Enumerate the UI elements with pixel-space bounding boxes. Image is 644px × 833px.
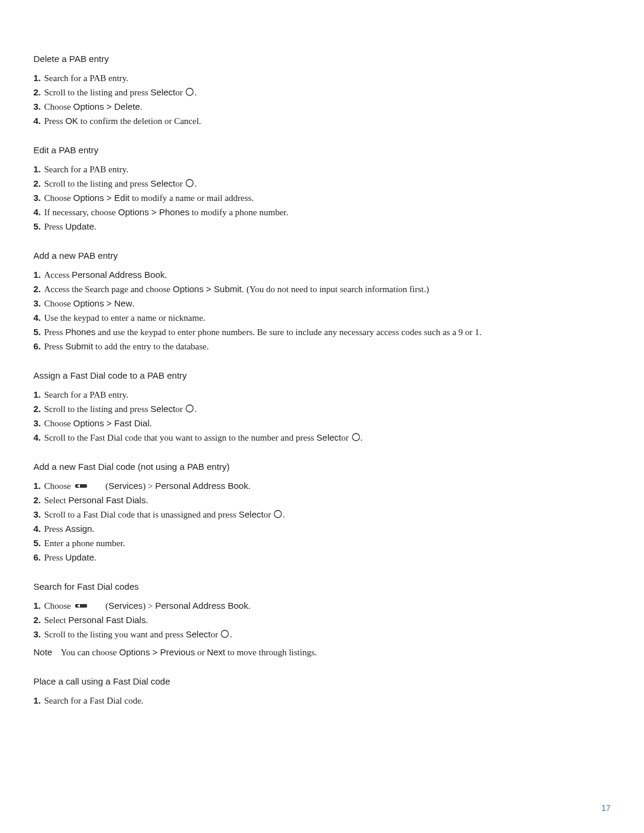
step-text: . xyxy=(165,270,167,280)
step-text: Choose xyxy=(44,102,73,112)
ui-term: Options > Phones xyxy=(118,207,190,217)
step-text: . xyxy=(94,553,97,562)
step-text: Press xyxy=(44,222,65,231)
selector-icon xyxy=(220,629,230,639)
step-text: Press xyxy=(44,553,65,562)
step-number: 2. xyxy=(33,85,44,100)
step-text: Scroll to the listing and press xyxy=(44,179,150,188)
step-text: If necessary, choose xyxy=(44,208,118,217)
svg-point-2 xyxy=(186,405,193,412)
step: 6.Press Update. xyxy=(33,550,611,565)
steps-search-fastdial: 1.Choose (Services) > Personal Address B… xyxy=(33,599,611,642)
step: 3.Choose Options > Edit to modify a name… xyxy=(33,191,611,205)
step: 4.If necessary, choose Options > Phones … xyxy=(33,205,611,219)
step-number: 1. xyxy=(33,268,44,282)
step: 3.Choose Options > Delete. xyxy=(33,100,611,114)
ui-term: Options > Fast Dial xyxy=(73,418,150,428)
step-text: Choose xyxy=(44,299,73,308)
step-text: Press xyxy=(44,327,65,337)
step-text: . xyxy=(92,524,94,534)
step: 5.Enter a phone number. xyxy=(33,536,611,550)
step-number: 2. xyxy=(33,282,44,296)
step: 3.Scroll to a Fast Dial code that is una… xyxy=(33,507,611,522)
svg-point-6 xyxy=(274,510,281,518)
step-text: . xyxy=(361,433,363,442)
step-text: . xyxy=(145,496,148,505)
step-text: . xyxy=(94,222,97,231)
heading-add-pab: Add a new PAB entry xyxy=(33,250,611,261)
step-number: 2. xyxy=(33,176,44,191)
steps-add-fastdial: 1.Choose (Services) > Personal Address B… xyxy=(33,479,611,565)
ui-term: OK xyxy=(65,116,78,126)
ui-term: Services xyxy=(109,600,143,611)
step-text: . xyxy=(150,419,152,428)
ui-term: Options > Delete xyxy=(73,101,140,112)
step-number: 1. xyxy=(33,162,44,176)
ui-term: Personal Address Book xyxy=(72,270,165,280)
step: 2.Access the Search page and choose Opti… xyxy=(33,282,611,296)
step: 1.Search for a Fast Dial code. xyxy=(33,693,611,708)
svg-point-9 xyxy=(221,630,228,637)
note-line: NoteYou can choose Options > Previous or… xyxy=(33,645,611,659)
step-text: Choose xyxy=(44,193,73,203)
ui-term: Personal Address Book xyxy=(155,481,248,491)
ui-term: Options > Edit xyxy=(73,193,130,203)
ui-term: Options > Previous xyxy=(119,647,195,657)
selector-icon xyxy=(185,178,194,188)
step-number: 3. xyxy=(33,100,44,114)
step-text: . xyxy=(140,102,143,112)
step-text: > xyxy=(145,601,155,611)
ui-term: Select xyxy=(150,178,175,188)
page-number: 17 xyxy=(601,803,611,813)
ui-term: Update xyxy=(65,221,94,231)
heading-place-call: Place a call using a Fast Dial code xyxy=(33,676,611,686)
selector-icon xyxy=(351,432,361,442)
step-text: Scroll to the listing you want and press xyxy=(44,630,185,639)
ui-term: Select xyxy=(185,629,210,639)
step-number: 4. xyxy=(33,431,44,445)
steps-delete-pab: 1.Search for a PAB entry. 2.Scroll to th… xyxy=(33,71,611,128)
ui-term: Services xyxy=(109,481,143,491)
step-text: . xyxy=(194,179,197,188)
step-text: > xyxy=(145,481,155,491)
step-text: Scroll to the Fast Dial code that you wa… xyxy=(44,433,317,442)
step-text: Access the Search page and choose xyxy=(44,284,173,294)
step-text: Search for a PAB entry. xyxy=(44,390,128,400)
step-number: 4. xyxy=(33,114,44,128)
note-label: Note xyxy=(33,647,52,657)
step-number: 2. xyxy=(33,402,44,416)
ui-term: Select xyxy=(239,509,264,519)
ui-term: Select xyxy=(317,432,342,442)
step-number: 1. xyxy=(33,599,44,613)
step: 1.Search for a PAB entry. xyxy=(33,71,611,85)
step-number: 5. xyxy=(33,325,44,339)
steps-assign-fastdial: 1.Search for a PAB entry. 2.Scroll to th… xyxy=(33,388,611,445)
step: 4.Press Assign. xyxy=(33,522,611,536)
selector-icon xyxy=(185,87,194,97)
step-text: Scroll to the listing and press xyxy=(44,404,150,414)
ui-term: Options > Submit. xyxy=(173,284,244,294)
step-number: 4. xyxy=(33,205,44,219)
step-text: Scroll to a Fast Dial code that is unass… xyxy=(44,510,239,519)
step-number: 5. xyxy=(33,219,44,234)
step-text: to add the entry to the database. xyxy=(93,342,209,351)
ui-term: Submit xyxy=(65,341,93,351)
step-text: to modify a name or mail address. xyxy=(129,193,253,203)
ui-term: Assign xyxy=(65,524,92,534)
step: 2.Scroll to the listing and press Select… xyxy=(33,176,611,191)
step: 1.Choose (Services) > Personal Address B… xyxy=(33,599,611,613)
step-text: or xyxy=(175,404,185,414)
step: 3.Choose Options > Fast Dial. xyxy=(33,416,611,431)
step-text: . xyxy=(248,481,250,491)
step-number: 1. xyxy=(33,693,44,708)
step: 6.Press Submit to add the entry to the d… xyxy=(33,339,611,354)
step-text: . xyxy=(132,299,135,308)
step-number: 5. xyxy=(33,536,44,550)
step-number: 2. xyxy=(33,493,44,507)
step-text: . xyxy=(230,630,232,639)
step: 4.Scroll to the Fast Dial code that you … xyxy=(33,431,611,445)
ui-term: Next xyxy=(207,647,225,657)
step: 1.Choose (Services) > Personal Address B… xyxy=(33,479,611,493)
step-number: 6. xyxy=(33,550,44,565)
step-number: 6. xyxy=(33,339,44,354)
